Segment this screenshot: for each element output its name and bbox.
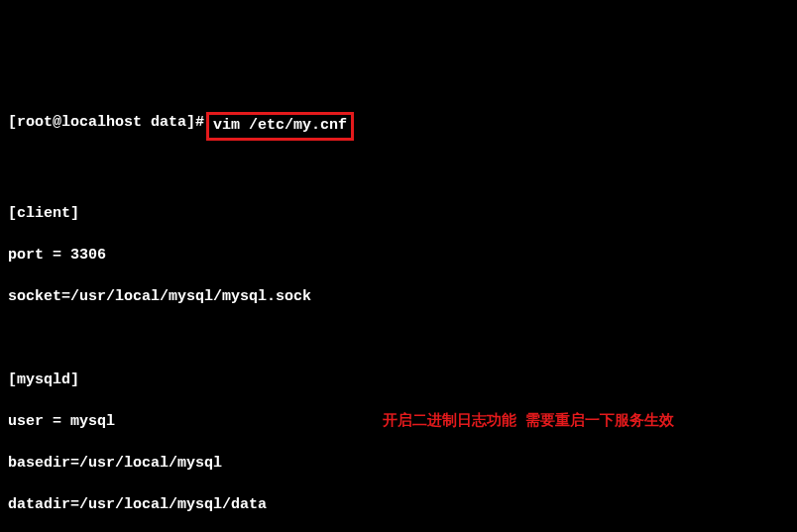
config-line: datadir=/usr/local/mysql/data [8,494,789,515]
annotation-text: 开启二进制日志功能 需要重启一下服务生效 [383,411,674,432]
config-line: port = 3306 [8,245,789,266]
config-line: basedir=/usr/local/mysql [8,453,789,474]
terminal-output[interactable]: [root@localhost data]#vim /etc/my.cnf [c… [8,91,789,532]
blank-line [8,161,789,182]
config-text: user = mysql [8,411,115,432]
shell-prompt: [root@localhost data]# [8,112,204,133]
command-text: vim /etc/my.cnf [213,117,347,134]
config-line-with-annotation: user = mysql开启二进制日志功能 需要重启一下服务生效 [8,411,789,432]
config-line: [client] [8,203,789,224]
command-highlight-box: vim /etc/my.cnf [206,112,354,141]
blank-line [8,328,789,349]
config-line: socket=/usr/local/mysql/mysql.sock [8,286,789,307]
prompt-line: [root@localhost data]#vim /etc/my.cnf [8,112,789,141]
config-line: [mysqld] [8,370,789,390]
